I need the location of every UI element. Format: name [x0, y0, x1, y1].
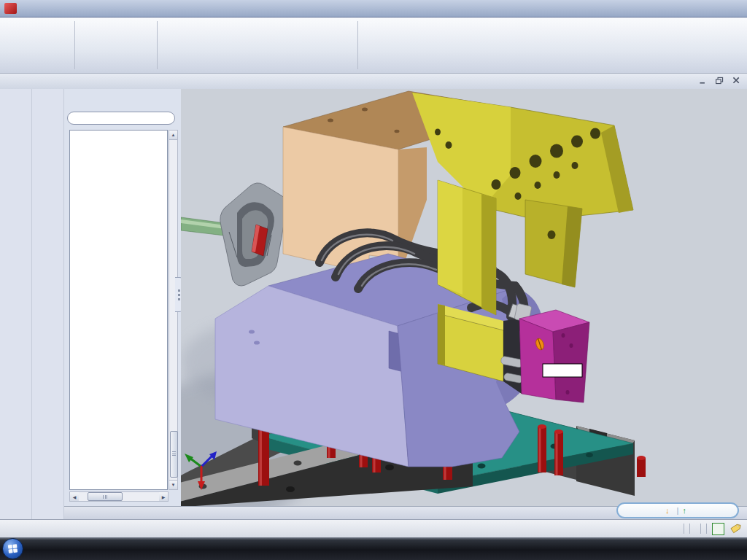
- quick-tips-icon[interactable]: [712, 523, 724, 535]
- scroll-right-icon[interactable]: ▶: [159, 492, 168, 501]
- tag-icon[interactable]: [729, 523, 741, 534]
- app-logo: [4, 3, 19, 14]
- yellow-clamp-leg[interactable]: [438, 180, 503, 381]
- scroll-down-icon[interactable]: ▼: [169, 480, 177, 489]
- display-delete-relations-button[interactable]: [360, 18, 399, 73]
- windows-taskbar: [0, 537, 747, 560]
- graphics-viewport[interactable]: [181, 89, 747, 519]
- feature-tree: [69, 130, 168, 490]
- offset-entities-button[interactable]: [232, 18, 267, 73]
- separator: [74, 21, 75, 69]
- doc-minimize-icon[interactable]: [698, 76, 708, 85]
- upload-arrow-icon: ↑: [682, 506, 686, 515]
- left-toolbars: [0, 89, 64, 519]
- network-speed-overlay: ↓ | ↑: [616, 502, 739, 518]
- sketch-entity-grid: [77, 18, 155, 73]
- separator: [157, 21, 158, 69]
- quick-snaps-button[interactable]: [434, 18, 469, 73]
- tree-filter-input[interactable]: [67, 112, 175, 125]
- scroll-up-icon[interactable]: ▲: [169, 131, 177, 140]
- doc-close-icon[interactable]: [732, 76, 741, 85]
- download-arrow-icon: ↓: [665, 506, 670, 515]
- features-toolbar: [0, 89, 32, 519]
- solidworks-window: ▲ ▼ ◀ ▶: [0, 0, 747, 560]
- trim-entities-button[interactable]: [159, 18, 194, 73]
- scrollbar-thumb[interactable]: [170, 431, 178, 478]
- start-button[interactable]: [2, 538, 23, 559]
- magenta-block[interactable]: [519, 310, 589, 402]
- sketch-button[interactable]: [3, 18, 38, 73]
- doc-restore-icon[interactable]: [715, 76, 724, 85]
- rapid-sketch-button[interactable]: [469, 18, 504, 73]
- feature-tooltip: [543, 364, 582, 377]
- pattern-group: [267, 18, 356, 73]
- scrollbar-thumb[interactable]: [88, 492, 123, 501]
- model-scene[interactable]: [181, 89, 747, 506]
- mold-insert[interactable]: [220, 183, 287, 286]
- surfaces-toolbar: [32, 89, 64, 519]
- feature-manager-panel: ▲ ▼ ◀ ▶: [64, 89, 181, 506]
- command-manager: [0, 18, 747, 74]
- status-bar: [0, 519, 747, 537]
- scroll-left-icon[interactable]: ◀: [70, 492, 79, 501]
- repair-sketch-button[interactable]: [399, 18, 434, 73]
- convert-entities-button[interactable]: [194, 18, 232, 73]
- separator: [357, 21, 358, 69]
- commandmanager-tab-row: [0, 74, 747, 89]
- title-bar: [0, 0, 747, 18]
- solidworks-logo-icon: [4, 3, 17, 14]
- smart-dimension-button[interactable]: [38, 18, 73, 73]
- horizontal-scrollbar[interactable]: ◀ ▶: [69, 491, 169, 502]
- document-window-controls: [698, 76, 741, 85]
